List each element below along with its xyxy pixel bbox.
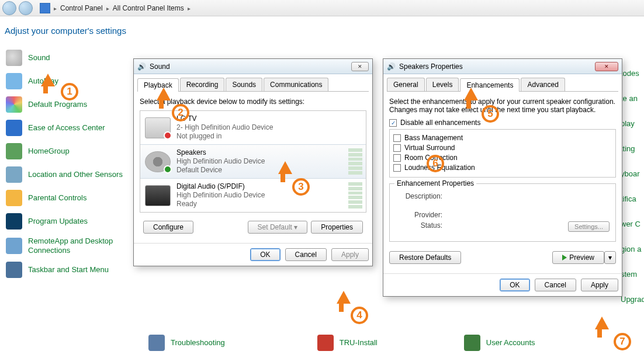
- prop-provider-label: Provider:: [396, 211, 442, 219]
- sidebar-item-default-programs[interactable]: Default Programs: [4, 93, 133, 116]
- disable-all-label: Disable all enhancements: [400, 119, 480, 127]
- spdif-icon: [145, 185, 171, 206]
- ok-button[interactable]: OK: [500, 279, 529, 291]
- enh-room-correction[interactable]: Room Correction: [393, 154, 612, 162]
- troubleshooting-icon: [148, 335, 165, 351]
- category-list: Sound AutoPlay Default Programs Ease of …: [4, 44, 133, 281]
- unplugged-badge-icon: [164, 131, 172, 140]
- apply-button[interactable]: Apply: [581, 279, 618, 291]
- sidebar-item-autoplay[interactable]: AutoPlay: [4, 69, 133, 93]
- item-user-accounts[interactable]: User Accounts: [461, 332, 539, 353]
- tab-communications[interactable]: Communications: [264, 78, 328, 91]
- cancel-button[interactable]: Cancel: [285, 248, 327, 261]
- restore-defaults-button[interactable]: Restore Defaults: [389, 251, 461, 264]
- page-heading: Adjust your computer's settings: [0, 16, 644, 44]
- enh-loudness-eq[interactable]: Loudness Equalization: [393, 164, 612, 172]
- sound-dialog: 🔊Sound ✕ Playback Recording Sounds Commu…: [133, 58, 373, 266]
- speaker-small-icon: 🔊: [137, 62, 146, 71]
- tab-enhancements[interactable]: Enhancements: [460, 78, 520, 92]
- item-tru-install[interactable]: TRU-Install: [314, 332, 381, 353]
- enh-bass[interactable]: Bass Management: [393, 134, 612, 142]
- device-speakers[interactable]: SpeakersHigh Definition Audio DeviceDefa…: [140, 144, 366, 179]
- breadcrumb-item[interactable]: All Control Panel Items: [113, 4, 184, 12]
- tab-advanced[interactable]: Advanced: [521, 78, 565, 91]
- sidebar-item-sound[interactable]: Sound: [4, 46, 133, 69]
- arrow-4-tail: [339, 301, 344, 312]
- item-troubleshooting[interactable]: Troubleshooting: [145, 332, 228, 353]
- sidebar-item-remoteapp[interactable]: RemoteApp and Desktop Connections: [4, 233, 133, 258]
- checkbox[interactable]: [393, 154, 401, 162]
- properties-button[interactable]: Properties: [311, 221, 363, 234]
- monitor-icon: [145, 117, 171, 138]
- sound-icon: [6, 50, 22, 66]
- sidebar-item-updates[interactable]: Program Updates: [4, 210, 133, 233]
- speaker-device-icon: [145, 151, 171, 172]
- settings-button[interactable]: Settings...: [568, 221, 610, 232]
- speakers-tabs: General Levels Enhancements Advanced: [387, 78, 618, 92]
- tab-playback[interactable]: Playback: [137, 78, 179, 92]
- program-updates-icon: [6, 213, 22, 230]
- enhancements-instruction: Select the enhancements to apply for you…: [389, 98, 616, 114]
- preview-button[interactable]: Preview: [552, 251, 604, 264]
- close-button[interactable]: ✕: [351, 62, 369, 71]
- chevron-down-icon: ▾: [294, 223, 297, 231]
- parental-controls-icon: [6, 190, 22, 206]
- sound-titlebar[interactable]: 🔊Sound ✕: [134, 59, 372, 74]
- forward-button[interactable]: [19, 1, 33, 15]
- user-accounts-icon: [464, 335, 480, 351]
- level-meter: [348, 182, 362, 208]
- disable-all-row[interactable]: Disable all enhancements: [389, 119, 616, 127]
- default-programs-icon: [6, 96, 22, 113]
- close-button[interactable]: ✕: [595, 62, 618, 71]
- enh-virtual-surround[interactable]: Virtual Surround: [393, 144, 612, 152]
- enhancement-properties-group: Enhancement Properties Description: Prov…: [389, 183, 616, 242]
- set-default-button[interactable]: Set Default ▾: [248, 221, 308, 234]
- speakers-titlebar[interactable]: 🔊Speakers Properties ✕: [383, 59, 622, 74]
- apply-button[interactable]: Apply: [331, 248, 369, 261]
- configure-button[interactable]: Configure: [143, 221, 193, 234]
- sidebar-item-taskbar[interactable]: Taskbar and Start Menu: [4, 258, 133, 281]
- default-badge-icon: [164, 165, 172, 173]
- sidebar-item-ease-of-access[interactable]: Ease of Access Center: [4, 116, 133, 140]
- level-meter: [348, 148, 362, 175]
- tab-recording[interactable]: Recording: [180, 78, 225, 91]
- right-partial-links: todes te an play tting yboar tifica wer …: [621, 69, 644, 320]
- device-spdif[interactable]: Digital Audio (S/PDIF)High Definition Au…: [140, 179, 366, 212]
- tab-levels[interactable]: Levels: [426, 78, 459, 91]
- arrow-7: [595, 317, 609, 329]
- speakers-title: Speakers Properties: [399, 62, 463, 71]
- sidebar-item-homegroup[interactable]: HomeGroup: [4, 140, 133, 163]
- disable-all-checkbox[interactable]: [389, 119, 397, 127]
- play-icon: [562, 255, 567, 260]
- back-button[interactable]: [2, 1, 16, 15]
- tab-general[interactable]: General: [387, 78, 425, 91]
- breadcrumb[interactable]: Control Panel All Control Panel Items: [40, 3, 191, 13]
- sound-title: Sound: [150, 62, 170, 71]
- playback-device-list[interactable]: LG TV2- High Definition Audio DeviceNot …: [140, 110, 366, 213]
- ease-of-access-icon: [6, 120, 22, 136]
- navbar: Control Panel All Control Panel Items: [0, 0, 644, 16]
- playback-instruction: Select a playback device below to modify…: [140, 98, 366, 106]
- arrow-4: [337, 291, 351, 304]
- taskbar-icon: [6, 262, 22, 278]
- checkbox[interactable]: [393, 164, 401, 172]
- location-icon: [6, 166, 22, 183]
- sidebar-item-parental[interactable]: Parental Controls: [4, 186, 133, 210]
- device-lgtv[interactable]: LG TV2- High Definition Audio DeviceNot …: [140, 111, 366, 144]
- ok-button[interactable]: OK: [250, 248, 280, 261]
- sound-tabs: Playback Recording Sounds Communications: [137, 78, 369, 92]
- chevron-down-icon: ▾: [608, 253, 612, 262]
- cancel-button[interactable]: Cancel: [535, 279, 576, 291]
- sidebar-item-location[interactable]: Location and Other Sensors: [4, 163, 133, 186]
- prop-description-label: Description:: [396, 192, 442, 200]
- homegroup-icon: [6, 143, 22, 159]
- checkbox[interactable]: [393, 144, 401, 152]
- preview-dropdown[interactable]: ▾: [604, 251, 616, 264]
- bottom-row: Troubleshooting TRU-Install User Account…: [0, 330, 644, 356]
- speakers-properties-dialog: 🔊Speakers Properties ✕ General Levels En…: [383, 58, 622, 297]
- checkbox[interactable]: [393, 134, 401, 142]
- tab-sounds[interactable]: Sounds: [226, 78, 262, 91]
- tru-install-icon: [317, 335, 334, 351]
- autoplay-icon: [6, 73, 22, 89]
- breadcrumb-item[interactable]: Control Panel: [60, 4, 103, 12]
